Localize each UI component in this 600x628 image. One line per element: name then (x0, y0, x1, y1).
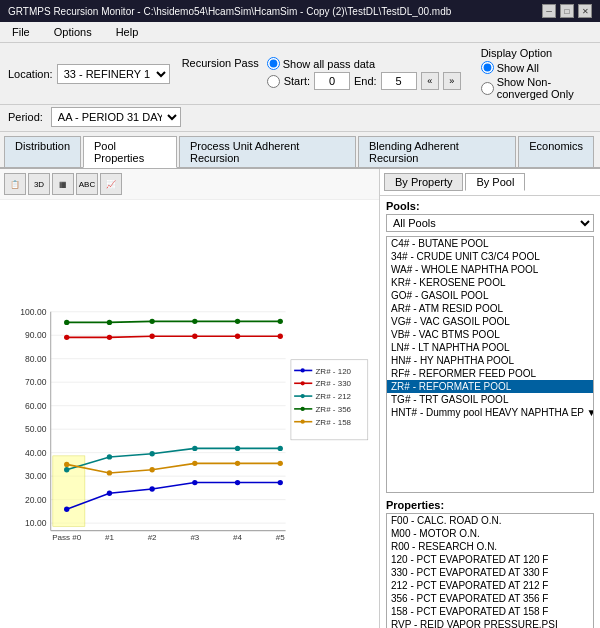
title-text: GRTMPS Recursion Monitor - C:\hsidemo54\… (8, 6, 451, 17)
pool-item[interactable]: 34# - CRUDE UNIT C3/C4 POOL (387, 250, 593, 263)
show-nonconverged-radio[interactable] (481, 82, 494, 95)
recursion-section: Recursion Pass Show all pass data Start:… (182, 57, 461, 90)
svg-text:#1: #1 (105, 533, 114, 542)
svg-text:10.00: 10.00 (25, 518, 47, 528)
svg-point-39 (235, 334, 240, 339)
prop-item[interactable]: 212 - PCT EVAPORATED AT 212 F (387, 579, 593, 592)
prop-item[interactable]: RVP - REID VAPOR PRESSURE,PSI (387, 618, 593, 628)
pool-item[interactable]: KR# - KEROSENE POOL (387, 276, 593, 289)
start-end-radio[interactable] (267, 75, 280, 88)
svg-point-40 (278, 334, 283, 339)
svg-point-51 (235, 461, 240, 466)
window-controls: ─ □ ✕ (542, 4, 592, 18)
prop-item[interactable]: 330 - PCT EVAPORATED AT 330 F (387, 566, 593, 579)
display-option-label: Display Option (481, 47, 592, 59)
svg-text:Pass #0: Pass #0 (52, 533, 81, 542)
svg-text:ZR# - 330: ZR# - 330 (315, 379, 351, 388)
chart-btn-3[interactable]: ▦ (52, 173, 74, 195)
nav-forward-button[interactable]: » (443, 72, 461, 90)
minimize-button[interactable]: ─ (542, 4, 556, 18)
svg-text:40.00: 40.00 (25, 448, 47, 458)
svg-text:#3: #3 (190, 533, 199, 542)
pool-item[interactable]: HN# - HY NAPHTHA POOL (387, 354, 593, 367)
prop-item[interactable]: F00 - CALC. ROAD O.N. (387, 514, 593, 527)
show-all-display-radio[interactable] (481, 61, 494, 74)
prop-item[interactable]: 120 - PCT EVAPORATED AT 120 F (387, 553, 593, 566)
svg-point-73 (301, 420, 305, 424)
svg-text:ZR# - 120: ZR# - 120 (315, 367, 351, 376)
pool-item[interactable]: WA# - WHOLE NAPHTHA POOL (387, 263, 593, 276)
pool-item[interactable]: RF# - REFORMER FEED POOL (387, 367, 593, 380)
pool-item[interactable]: C4# - BUTANE POOL (387, 237, 593, 250)
chart-btn-4[interactable]: ABC (76, 173, 98, 195)
svg-point-61 (301, 368, 305, 372)
tab-pool-properties[interactable]: Pool Properties (83, 136, 177, 168)
location-group: Location: 33 - REFINERY 1 (8, 64, 170, 84)
main-content: 📋 3D ▦ ABC 📈 100.00 90.00 80.00 70.00 60… (0, 169, 600, 628)
toolbar: Location: 33 - REFINERY 1 Recursion Pass… (0, 43, 600, 105)
svg-point-47 (64, 462, 69, 467)
tab-economics[interactable]: Economics (518, 136, 594, 167)
prop-item[interactable]: 158 - PCT EVAPORATED AT 158 F (387, 605, 593, 618)
menu-file[interactable]: File (8, 24, 34, 40)
end-label: End: (354, 75, 377, 87)
period-combo[interactable]: AA - PERIOD 31 DAY (51, 107, 181, 127)
tab-blending[interactable]: Blending Adherent Recursion (358, 136, 516, 167)
svg-text:#4: #4 (233, 533, 242, 542)
by-property-tab[interactable]: By Property (384, 173, 463, 191)
menu-bar: File Options Help (0, 22, 600, 43)
show-all-display-label: Show All (497, 62, 539, 74)
svg-text:#5: #5 (276, 533, 285, 542)
pool-item[interactable]: AR# - ATM RESID POOL (387, 302, 593, 315)
prop-item[interactable]: R00 - RESEARCH O.N. (387, 540, 593, 553)
chart-btn-1[interactable]: 📋 (4, 173, 26, 195)
tab-distribution[interactable]: Distribution (4, 136, 81, 167)
tabs-bar: Distribution Pool Properties Process Uni… (0, 132, 600, 169)
maximize-button[interactable]: □ (560, 4, 574, 18)
svg-point-35 (64, 335, 69, 340)
pools-label: Pools: (380, 196, 600, 214)
pools-list[interactable]: C4# - BUTANE POOL 34# - CRUDE UNIT C3/C4… (386, 236, 594, 493)
svg-text:90.00: 90.00 (25, 330, 47, 340)
pool-item[interactable]: VB# - VAC BTMS POOL (387, 328, 593, 341)
pool-item[interactable]: HNT# - Dummy pool HEAVY NAPHTHA EP ▼ (387, 406, 593, 419)
svg-point-42 (107, 454, 112, 459)
prop-item[interactable]: M00 - MOTOR O.N. (387, 527, 593, 540)
show-all-pass-radio[interactable] (267, 57, 280, 70)
svg-point-31 (149, 319, 154, 324)
location-combo[interactable]: 33 - REFINERY 1 (57, 64, 170, 84)
tab-process-unit[interactable]: Process Unit Adherent Recursion (179, 136, 356, 167)
period-label: Period: (8, 111, 43, 123)
svg-point-32 (192, 319, 197, 324)
pool-item[interactable]: VG# - VAC GASOIL POOL (387, 315, 593, 328)
menu-help[interactable]: Help (112, 24, 143, 40)
menu-options[interactable]: Options (50, 24, 96, 40)
pools-combo[interactable]: All Pools (386, 214, 594, 232)
svg-text:ZR# - 356: ZR# - 356 (315, 405, 351, 414)
chart-btn-5[interactable]: 📈 (100, 173, 122, 195)
svg-point-44 (192, 446, 197, 451)
close-button[interactable]: ✕ (578, 4, 592, 18)
pool-item[interactable]: GO# - GASOIL POOL (387, 289, 593, 302)
right-panel: By Property By Pool Pools: All Pools C4#… (380, 169, 600, 628)
svg-text:ZR# - 212: ZR# - 212 (315, 392, 351, 401)
pool-item[interactable]: TG# - TRT GASOIL POOL (387, 393, 593, 406)
location-label: Location: (8, 68, 53, 80)
svg-point-56 (192, 480, 197, 485)
show-all-pass-radio-row: Show all pass data (267, 57, 461, 70)
svg-text:80.00: 80.00 (25, 354, 47, 364)
pool-item-selected[interactable]: ZR# - REFORMATE POOL (387, 380, 593, 393)
start-input[interactable] (314, 72, 350, 90)
svg-point-36 (107, 335, 112, 340)
nav-back-button[interactable]: « (421, 72, 439, 90)
svg-point-64 (301, 381, 305, 385)
chart-btn-2[interactable]: 3D (28, 173, 50, 195)
end-input[interactable] (381, 72, 417, 90)
start-end-row: Start: End: « » (267, 72, 461, 90)
prop-item[interactable]: 356 - PCT EVAPORATED AT 356 F (387, 592, 593, 605)
svg-point-45 (235, 446, 240, 451)
by-pool-tab[interactable]: By Pool (465, 173, 525, 191)
show-nonconverged-row: Show Non-converged Only (481, 76, 592, 100)
pool-item[interactable]: LN# - LT NAPHTHA POOL (387, 341, 593, 354)
properties-list[interactable]: F00 - CALC. ROAD O.N. M00 - MOTOR O.N. R… (386, 513, 594, 628)
